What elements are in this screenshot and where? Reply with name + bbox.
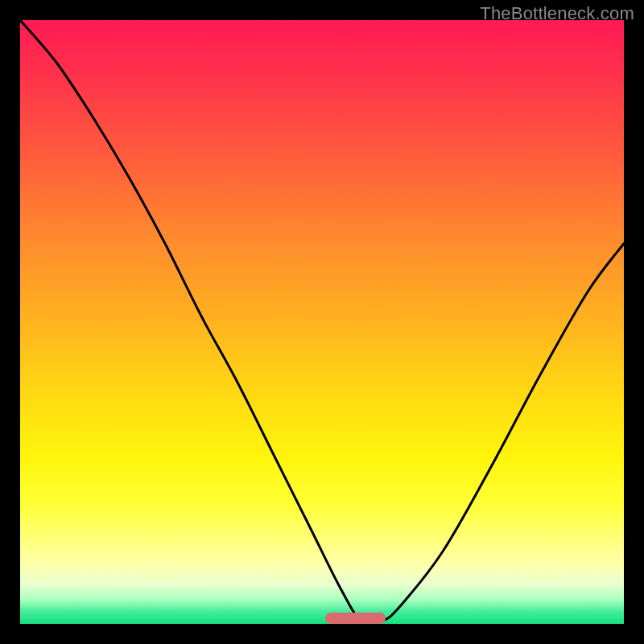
plot-area [20,20,624,624]
watermark-text: TheBottleneck.com [480,3,634,24]
bottleneck-curve [20,20,624,624]
optimal-marker [325,613,386,624]
chart-frame: TheBottleneck.com [0,0,644,644]
